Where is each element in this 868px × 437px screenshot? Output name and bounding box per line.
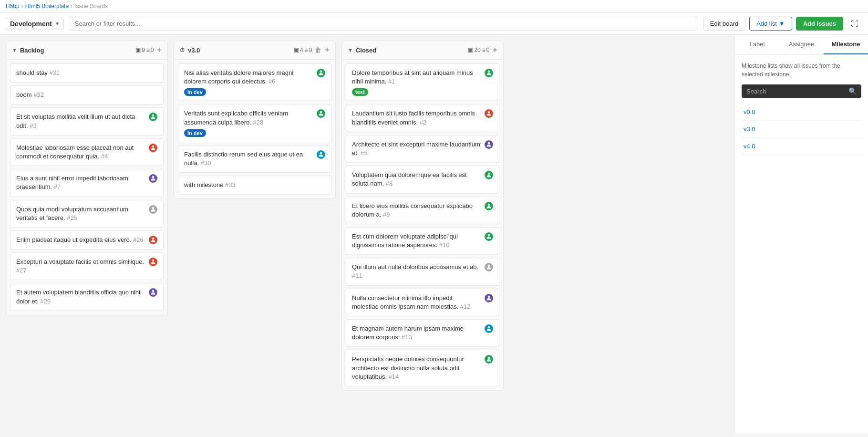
column-backlog: ▼ Backlog ▣ 9 ≡ 0 + should stay #31	[6, 41, 168, 315]
column-v3: ⏱ v3.0 ▣ 4 ≡ 0 🗑 + Nisi alias veritatis …	[174, 41, 336, 199]
card[interactable]: Et sit voluptas mollitia velit illum ut …	[10, 107, 164, 135]
edit-board-button[interactable]: Edit board	[703, 17, 745, 31]
svg-point-30	[488, 71, 490, 73]
milestone-search-container: 🔍	[742, 84, 861, 98]
card-title: boom #32	[16, 91, 157, 99]
breadcrumb-parent[interactable]: Html5 Boilerplate	[25, 3, 69, 10]
add-card-button[interactable]: +	[492, 46, 497, 54]
card-title: Et magnam autem harum ipsam maxime dolor…	[352, 324, 481, 342]
card-count-num: 20	[474, 47, 480, 53]
card[interactable]: Architecto et sint excepturi maxime laud…	[346, 135, 499, 163]
search-input[interactable]	[69, 17, 698, 31]
add-issues-button[interactable]: Add issues	[796, 17, 843, 31]
card[interactable]: Dolore temporibus at sint aut aliquam mi…	[346, 63, 499, 101]
add-card-button[interactable]: +	[156, 46, 162, 54]
milestone-item-1[interactable]: v0.0	[742, 104, 861, 121]
milestone-item-3[interactable]: v4.0	[742, 138, 861, 155]
card[interactable]: boom #32	[10, 85, 164, 104]
issue-number: #33	[225, 181, 236, 188]
card[interactable]: Molestiae laboriosam esse placeat non au…	[10, 138, 164, 166]
card-title: Perspiciatis neque dolores consequuntur …	[352, 355, 481, 381]
card-title: Et autem voluptatem blanditiis officia q…	[16, 288, 145, 305]
card[interactable]: Enim placeat itaque ut expedita eius ver…	[10, 230, 164, 250]
svg-point-14	[152, 240, 153, 241]
svg-point-15	[152, 260, 155, 262]
card-title: Est cum dolorem voluptate adipisci qui d…	[352, 232, 481, 250]
issue-number: #4	[101, 153, 108, 160]
breadcrumb-root[interactable]: H5bp	[6, 3, 20, 10]
card[interactable]: Voluptatem quia doloremque ea facilis es…	[346, 166, 499, 193]
issue-count-num: 0	[486, 47, 490, 53]
card[interactable]: Laudantium sit iusto facilis temporibus …	[346, 104, 499, 132]
svg-point-17	[152, 262, 153, 263]
svg-point-13	[154, 240, 155, 241]
column-title-v3: ⏱ v3.0	[180, 47, 291, 54]
card-body: Enim placeat itaque ut expedita eius ver…	[16, 236, 145, 244]
svg-point-3	[152, 146, 155, 148]
card[interactable]: should stay #31	[10, 63, 164, 83]
avatar	[149, 258, 157, 266]
issue-number: #13	[402, 333, 412, 341]
svg-point-25	[321, 114, 322, 115]
column-header-closed: ▼ Closed ▣ 20 ≡ 0 +	[342, 41, 503, 60]
card-title: Veritatis sunt explicabo officiis veniam…	[184, 109, 313, 126]
card[interactable]: Veritatis sunt explicabo officiis veniam…	[178, 104, 331, 142]
card-title: Qui illum aut nulla doloribus accusamus …	[352, 263, 481, 280]
column-count: ▣ 4 ≡ 0	[294, 47, 312, 53]
project-selector[interactable]: Development ▼	[6, 18, 64, 30]
svg-point-40	[489, 176, 490, 177]
card-title: Nisi alias veritatis dolore maiores magn…	[184, 69, 313, 86]
card-count: ▣ 4	[294, 47, 303, 53]
card[interactable]: Quos quia modi voluptatum accusantium ve…	[10, 200, 164, 228]
milestone-item-2[interactable]: v3.0	[742, 121, 861, 138]
card[interactable]: Facilis distinctio rerum sed eius atque …	[178, 145, 331, 173]
svg-point-52	[489, 299, 490, 300]
column-title-text: Backlog	[20, 47, 44, 54]
card-body: Et sit voluptas mollitia velit illum ut …	[16, 113, 145, 130]
card[interactable]: Qui illum aut nulla doloribus accusamus …	[346, 258, 499, 285]
add-card-button[interactable]: +	[324, 46, 330, 54]
fullscreen-button[interactable]: ⛶	[847, 18, 862, 30]
card[interactable]: Nulla consectetur minima illo impedit mo…	[346, 289, 499, 316]
add-list-label: Add list	[756, 20, 777, 27]
avatar	[149, 144, 157, 152]
svg-point-20	[152, 293, 153, 294]
card-title: Quos quia modi voluptatum accusantium ve…	[16, 205, 145, 222]
avatar	[485, 294, 493, 302]
card[interactable]: Nisi alias veritatis dolore maiores magn…	[178, 63, 331, 101]
label-badge: In dev	[184, 88, 206, 96]
panel-tab-milestone[interactable]: Milestone	[824, 35, 868, 54]
avatar	[317, 109, 325, 118]
card[interactable]: Et magnam autem harum ipsam maxime dolor…	[346, 319, 499, 347]
card[interactable]: Excepturi a voluptate facilis et omnis s…	[10, 252, 164, 280]
issue-number: #28	[253, 119, 264, 126]
breadcrumb: H5bp › Html5 Boilerplate › Issue Boards	[0, 0, 868, 13]
milestone-search-input[interactable]	[746, 88, 848, 95]
column-cards-closed: Dolore temporibus at sint aut aliquam mi…	[342, 60, 503, 390]
card[interactable]: Et libero eius mollitia consequatur expl…	[346, 197, 499, 224]
avatar	[485, 69, 493, 77]
card-title: Nulla consectetur minima illo impedit mo…	[352, 294, 481, 311]
card-count: ▣ 20	[468, 47, 480, 53]
card[interactable]: Et autem voluptatem blanditiis officia q…	[10, 283, 164, 311]
card-title: should stay #31	[16, 69, 157, 77]
panel-tab-label[interactable]: Label	[735, 35, 779, 54]
delete-column-button[interactable]: 🗑	[315, 46, 321, 54]
card[interactable]: Eius a sunt nihil error impedit laborios…	[10, 169, 164, 197]
svg-point-21	[320, 71, 322, 73]
card[interactable]: with milestone #33	[178, 176, 331, 195]
panel-tab-assignee[interactable]: Assignee	[779, 35, 824, 54]
card-body: Qui illum aut nulla doloribus accusamus …	[352, 263, 481, 280]
card[interactable]: Est cum dolorem voluptate adipisci qui d…	[346, 227, 499, 255]
collapse-icon: ▼	[12, 47, 17, 53]
columns-area: ▼ Backlog ▣ 9 ≡ 0 + should stay #31	[0, 35, 734, 434]
issue-number: #32	[33, 91, 44, 98]
card-body: Quos quia modi voluptatum accusantium ve…	[16, 205, 145, 222]
add-list-button[interactable]: Add list ▼	[749, 17, 792, 31]
svg-point-43	[489, 207, 490, 208]
svg-point-45	[488, 234, 490, 237]
card-title: Enim placeat itaque ut expedita eius ver…	[16, 236, 145, 244]
card[interactable]: Perspiciatis neque dolores consequuntur …	[346, 350, 499, 386]
label-badge: In dev	[184, 129, 206, 137]
svg-point-47	[487, 237, 488, 238]
